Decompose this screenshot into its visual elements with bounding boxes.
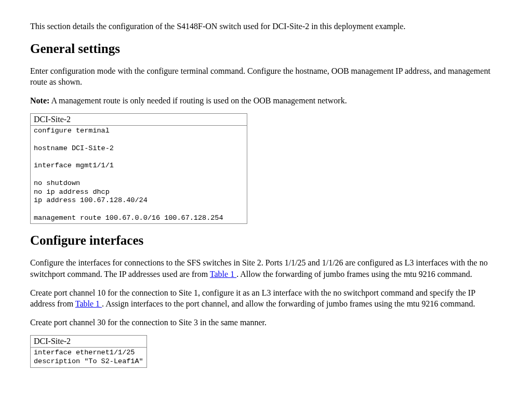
note-label: Note: bbox=[30, 96, 49, 105]
note-paragraph: Note: A management route is only needed … bbox=[30, 95, 502, 107]
intro-paragraph: This section details the configuration o… bbox=[30, 21, 502, 32]
link-table-1[interactable]: Table 1 bbox=[210, 270, 236, 278]
document-page: This section details the configuration o… bbox=[0, 0, 532, 368]
general-settings-para: Enter configuration mode with the config… bbox=[30, 65, 502, 88]
code-table-header: DCI-Site-2 bbox=[31, 336, 147, 348]
link-table-1[interactable]: Table 1 bbox=[75, 299, 102, 308]
code-table-interfaces: DCI-Site-2 interface ethernet1/1/25 desc… bbox=[30, 335, 147, 367]
code-block-general: configure terminal hostname DCI-Site-2 i… bbox=[34, 127, 244, 222]
configure-interfaces-para3: Create port channel 30 for the connectio… bbox=[30, 317, 502, 328]
text-segment: . Assign interfaces to the port channel,… bbox=[102, 299, 475, 308]
code-table-general: DCI-Site-2 configure terminal hostname D… bbox=[30, 113, 247, 224]
heading-configure-interfaces: Configure interfaces bbox=[30, 233, 502, 248]
code-table-cell: interface ethernet1/1/25 description "To… bbox=[31, 348, 147, 367]
text-segment: . Allow the forwarding of jumbo frames u… bbox=[236, 270, 472, 278]
configure-interfaces-para1: Configure the interfaces for connections… bbox=[30, 257, 502, 280]
configure-interfaces-para2: Create port channel 10 for the connectio… bbox=[30, 287, 502, 310]
code-block-interfaces: interface ethernet1/1/25 description "To… bbox=[34, 349, 143, 366]
code-table-cell: configure terminal hostname DCI-Site-2 i… bbox=[31, 126, 247, 224]
heading-general-settings: General settings bbox=[30, 42, 502, 56]
code-table-header: DCI-Site-2 bbox=[31, 114, 247, 126]
note-body: A management route is only needed if rou… bbox=[49, 96, 347, 105]
